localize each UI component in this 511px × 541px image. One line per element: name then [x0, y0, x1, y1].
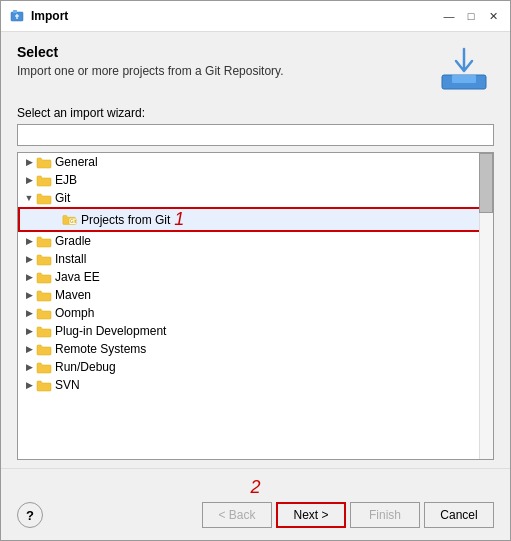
tree-item-ejb[interactable]: ▶ EJB	[18, 171, 493, 189]
help-button[interactable]: ?	[17, 502, 43, 528]
svg-text:Git: Git	[70, 220, 77, 225]
tree-item-java-ee[interactable]: ▶ Java EE	[18, 268, 493, 286]
footer-area: 2 ? < Back Next > Finish Cancel	[1, 468, 510, 540]
expand-java-ee[interactable]: ▶	[22, 272, 36, 282]
back-label: < Back	[218, 508, 255, 522]
close-button[interactable]: ✕	[484, 7, 502, 25]
next-label: Next >	[293, 508, 328, 522]
svg-rect-3	[452, 75, 476, 83]
tree-container[interactable]: ▶ General ▶ EJB ▼ Git	[17, 152, 494, 460]
tree-item-projects-from-git[interactable]: Git Projects from Git 1	[18, 207, 493, 232]
step1-label: 1	[174, 209, 184, 230]
label-install: Install	[55, 252, 86, 266]
label-svn: SVN	[55, 378, 80, 392]
action-buttons: < Back Next > Finish Cancel	[202, 502, 494, 528]
folder-icon-install	[36, 252, 52, 266]
folder-icon-general	[36, 155, 52, 169]
tree-item-gradle[interactable]: ▶ Gradle	[18, 232, 493, 250]
button-row: ? < Back Next > Finish Cancel	[17, 502, 494, 528]
expand-plugin-dev[interactable]: ▶	[22, 326, 36, 336]
expand-svn[interactable]: ▶	[22, 380, 36, 390]
expand-maven[interactable]: ▶	[22, 290, 36, 300]
window-title: Import	[31, 9, 434, 23]
section-title: Select	[17, 44, 284, 60]
tree-item-install[interactable]: ▶ Install	[18, 250, 493, 268]
import-window: Import — □ ✕ Select Import one or more p…	[0, 0, 511, 541]
search-input[interactable]	[17, 124, 494, 146]
tree-item-plugin-dev[interactable]: ▶ Plug-in Development	[18, 322, 493, 340]
folder-icon-plugin-dev	[36, 324, 52, 338]
label-general: General	[55, 155, 98, 169]
header-section: Select Import one or more projects from …	[17, 44, 494, 94]
expand-run-debug[interactable]: ▶	[22, 362, 36, 372]
tree-item-remote-systems[interactable]: ▶ Remote Systems	[18, 340, 493, 358]
cancel-label: Cancel	[440, 508, 477, 522]
expand-ejb[interactable]: ▶	[22, 175, 36, 185]
folder-icon-oomph	[36, 306, 52, 320]
tree-item-svn[interactable]: ▶ SVN	[18, 376, 493, 394]
tree-item-oomph[interactable]: ▶ Oomph	[18, 304, 493, 322]
folder-icon-gradle	[36, 234, 52, 248]
import-illustration	[438, 47, 490, 91]
expand-remote-systems[interactable]: ▶	[22, 344, 36, 354]
scrollbar-track[interactable]	[479, 153, 493, 459]
tree-item-general[interactable]: ▶ General	[18, 153, 493, 171]
title-bar: Import — □ ✕	[1, 1, 510, 32]
folder-icon-run-debug	[36, 360, 52, 374]
git-project-icon: Git	[62, 213, 78, 227]
label-gradle: Gradle	[55, 234, 91, 248]
section-description: Import one or more projects from a Git R…	[17, 64, 284, 78]
header-text: Select Import one or more projects from …	[17, 44, 284, 78]
window-icon	[9, 8, 25, 24]
tree-item-run-debug[interactable]: ▶ Run/Debug	[18, 358, 493, 376]
svg-rect-1	[13, 10, 17, 13]
cancel-button[interactable]: Cancel	[424, 502, 494, 528]
folder-icon-ejb	[36, 173, 52, 187]
label-run-debug: Run/Debug	[55, 360, 116, 374]
tree-item-git[interactable]: ▼ Git	[18, 189, 493, 207]
expand-general[interactable]: ▶	[22, 157, 36, 167]
label-projects-from-git: Projects from Git	[81, 213, 170, 227]
folder-icon-java-ee	[36, 270, 52, 284]
main-content: Select Import one or more projects from …	[1, 32, 510, 468]
window-controls: — □ ✕	[440, 7, 502, 25]
back-button[interactable]: < Back	[202, 502, 272, 528]
scrollbar-thumb[interactable]	[479, 153, 493, 213]
label-remote-systems: Remote Systems	[55, 342, 146, 356]
maximize-button[interactable]: □	[462, 7, 480, 25]
folder-icon-git	[36, 191, 52, 205]
folder-icon-svn	[36, 378, 52, 392]
label-oomph: Oomph	[55, 306, 94, 320]
expand-git[interactable]: ▼	[22, 193, 36, 203]
finish-label: Finish	[369, 508, 401, 522]
expand-oomph[interactable]: ▶	[22, 308, 36, 318]
finish-button[interactable]: Finish	[350, 502, 420, 528]
label-plugin-dev: Plug-in Development	[55, 324, 166, 338]
label-ejb: EJB	[55, 173, 77, 187]
label-git: Git	[55, 191, 70, 205]
next-button[interactable]: Next >	[276, 502, 346, 528]
folder-icon-remote-systems	[36, 342, 52, 356]
step2-label: 2	[17, 477, 494, 498]
minimize-button[interactable]: —	[440, 7, 458, 25]
label-maven: Maven	[55, 288, 91, 302]
expand-install[interactable]: ▶	[22, 254, 36, 264]
wizard-label: Select an import wizard:	[17, 106, 494, 120]
label-java-ee: Java EE	[55, 270, 100, 284]
header-icon	[434, 44, 494, 94]
folder-icon-maven	[36, 288, 52, 302]
expand-gradle[interactable]: ▶	[22, 236, 36, 246]
tree-item-maven[interactable]: ▶ Maven	[18, 286, 493, 304]
